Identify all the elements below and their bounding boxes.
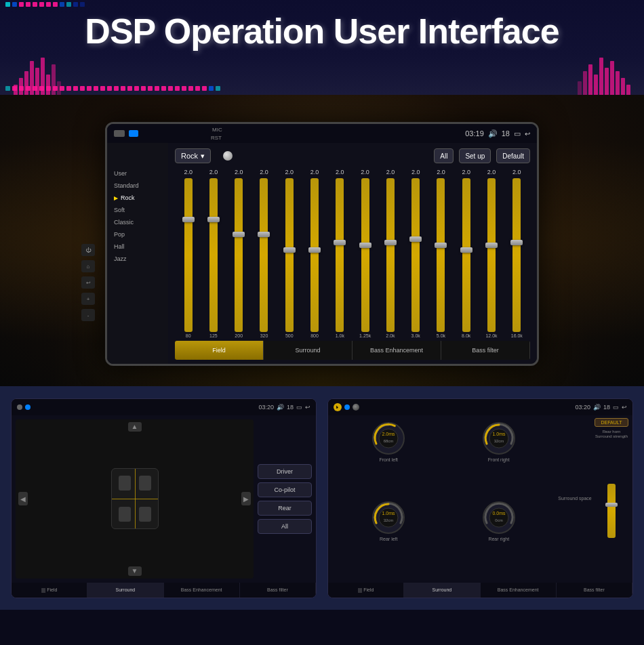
freq-16k: 16.0k xyxy=(505,333,529,338)
preset-pop[interactable]: Pop xyxy=(107,228,168,241)
eq-val-8: 2.0 xyxy=(353,169,377,175)
eq-val-2: 2.0 xyxy=(201,169,225,175)
knob-fl-dial[interactable]: 2.0ms 68cm xyxy=(371,421,406,456)
preset-hall-label: Hall xyxy=(114,243,125,250)
setup-button[interactable]: Set up xyxy=(459,148,491,163)
eq-slider-7[interactable] xyxy=(328,178,352,332)
eq-slider-9[interactable] xyxy=(378,178,402,332)
eq-values-row: 2.0 2.0 2.0 2.0 2.0 2.0 2.0 2.0 2.0 2.0 … xyxy=(175,169,530,175)
tab-field[interactable]: Field xyxy=(175,341,264,360)
tab-bass-filter[interactable]: Bass filter xyxy=(441,341,530,360)
surround-tab-surround[interactable]: Surround xyxy=(87,583,163,598)
preset-dropdown[interactable]: Rock ▾ xyxy=(175,148,211,163)
rear-horn-area: DEFAULT Rear horn Surround strength xyxy=(595,418,628,580)
panel-dot-blue xyxy=(25,404,31,410)
master-knob[interactable] xyxy=(223,151,233,161)
bass-slider-track[interactable] xyxy=(607,484,616,538)
home-button[interactable]: ⌂ xyxy=(81,260,95,272)
volume-down-button[interactable]: - xyxy=(81,309,95,321)
active-arrow-icon: ▶ xyxy=(114,195,118,201)
bass-panel-tabs: ||| Field Surround Bass Enhancement Bass… xyxy=(328,583,632,598)
all-button-surround[interactable]: All xyxy=(258,519,312,534)
speaker-icon: 🔊 xyxy=(488,129,498,138)
eq-slider-2[interactable] xyxy=(201,178,225,332)
knob-front-left: 2.0ms 68cm Front left xyxy=(335,421,443,498)
freq-2k: 2.0k xyxy=(378,333,402,338)
eq-val-14: 2.0 xyxy=(505,169,529,175)
preset-jazz[interactable]: Jazz xyxy=(107,253,168,265)
default-button-bass[interactable]: DEFAULT xyxy=(595,418,628,427)
bass-bass-label: Bass Enhancement xyxy=(498,587,539,592)
bass-tab-filter[interactable]: Bass filter xyxy=(557,583,632,598)
tab-surround[interactable]: Surround xyxy=(264,341,353,360)
rear-button[interactable]: Rear xyxy=(258,501,312,516)
freq-200: 200 xyxy=(227,333,251,338)
nav-left-button[interactable]: ◀ xyxy=(18,492,28,505)
eq-slider-5[interactable] xyxy=(277,178,301,332)
nav-down-button[interactable]: ▼ xyxy=(128,566,142,576)
eq-slider-10[interactable] xyxy=(404,178,428,332)
volume-up-button[interactable]: + xyxy=(81,293,95,305)
eq-main: Rock ▾ All Set up Default 2.0 2.0 xyxy=(168,143,537,364)
bass-tab-field[interactable]: ||| Field xyxy=(328,583,404,598)
eq-slider-3[interactable] xyxy=(227,178,251,332)
eq-slider-13[interactable] xyxy=(479,178,503,332)
bass-panel-content: 2.0ms 68cm Front left 1.0m xyxy=(328,415,632,583)
nav-right-button[interactable]: ▶ xyxy=(241,492,251,505)
time-display: 03:19 xyxy=(465,129,484,138)
surround-panel-content: ▲ ▼ ◀ ▶ xyxy=(12,415,316,583)
copilot-button[interactable]: Co-pilot xyxy=(258,482,312,497)
bass-filter-label: Bass filter xyxy=(584,587,605,592)
surround-field-label: Field xyxy=(47,587,57,592)
status-bar: MIC RST 03:19 🔊 18 ▭ ↩ xyxy=(107,124,537,143)
eq-slider-11[interactable] xyxy=(429,178,453,332)
status-right: 03:19 🔊 18 ▭ ↩ xyxy=(465,129,530,138)
surround-volume: 18 xyxy=(287,404,294,411)
preset-pop-label: Pop xyxy=(114,231,125,238)
power-button[interactable]: ⏻ xyxy=(81,244,95,256)
surround-space-label-area: Surround space xyxy=(558,418,592,580)
surround-tab-bass[interactable]: Bass Enhancement xyxy=(164,583,240,598)
back-button[interactable]: ↩ xyxy=(81,276,95,289)
knob-rl-dial[interactable]: 1.0ms 32cm xyxy=(371,500,406,535)
crosshair-vertical xyxy=(135,469,136,528)
surround-tab-filter[interactable]: Bass filter xyxy=(240,583,316,598)
freq-5k: 5.0k xyxy=(429,333,453,338)
head-unit: MIC RST 03:19 🔊 18 ▭ ↩ xyxy=(105,122,539,366)
eq-val-12: 2.0 xyxy=(454,169,478,175)
eq-slider-4[interactable] xyxy=(252,178,276,332)
bass-tab-bass[interactable]: Bass Enhancement xyxy=(481,583,557,598)
knob-rl-label: Rear left xyxy=(380,537,397,541)
eq-slider-8[interactable] xyxy=(353,178,377,332)
preset-user[interactable]: User xyxy=(107,167,168,180)
bass-back-icon: ↩ xyxy=(622,404,627,411)
knob-indicator xyxy=(353,404,359,411)
eq-val-4: 2.0 xyxy=(252,169,276,175)
tab-bass-enhancement[interactable]: Bass Enhancement xyxy=(353,341,441,360)
surround-control-buttons: Driver Co-pilot Rear All xyxy=(258,419,312,579)
bass-slider-thumb[interactable] xyxy=(605,503,618,507)
preset-standard[interactable]: Standard xyxy=(107,180,168,192)
bass-surround-label: Surround xyxy=(432,587,451,592)
driver-button[interactable]: Driver xyxy=(258,464,312,479)
eq-slider-6[interactable] xyxy=(302,178,326,332)
eq-slider-1[interactable] xyxy=(176,178,200,332)
freq-320: 320 xyxy=(252,333,276,338)
default-button[interactable]: Default xyxy=(496,148,530,163)
nav-up-button[interactable]: ▲ xyxy=(128,422,142,432)
preset-soft[interactable]: Soft xyxy=(107,204,168,216)
bass-tab-surround[interactable]: Surround xyxy=(404,583,480,598)
knob-fr-dial[interactable]: 1.0ms 32cm xyxy=(481,421,517,456)
seat-rl xyxy=(119,507,131,522)
eq-slider-14[interactable] xyxy=(505,178,529,332)
preset-rock[interactable]: ▶ Rock xyxy=(107,192,168,204)
knob-rr-dial[interactable]: 0.0ms 0cm xyxy=(481,500,517,535)
preset-classic[interactable]: Classic xyxy=(107,216,168,228)
knob-rr-label: Rear right xyxy=(488,537,509,541)
all-button[interactable]: All xyxy=(434,148,454,163)
preset-hall[interactable]: Hall xyxy=(107,241,168,253)
eq-slider-12[interactable] xyxy=(454,178,478,332)
preset-user-label: User xyxy=(114,170,127,177)
bass-label: Bass Enhancement xyxy=(181,587,222,592)
surround-tab-field[interactable]: ||| Field xyxy=(12,583,87,598)
